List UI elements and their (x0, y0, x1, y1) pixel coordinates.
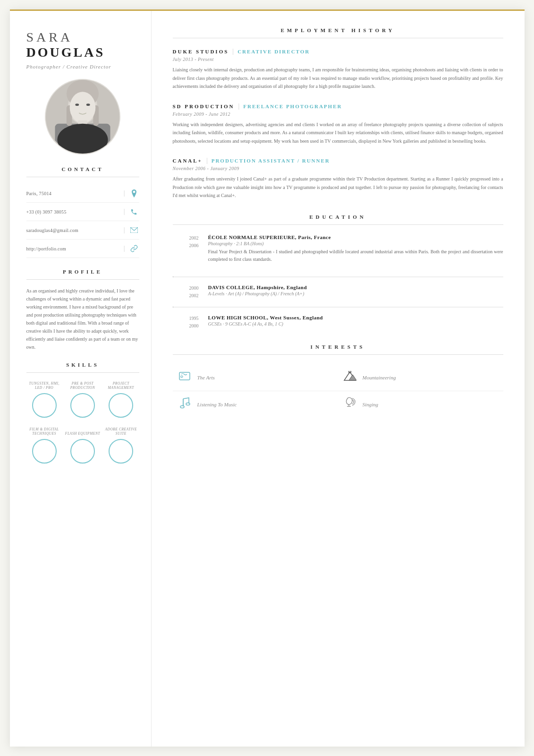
job-1-header: SD PRODUCTION | FREELANCE PHOTOGRAPHER (173, 103, 503, 110)
last-name: DOUGLAS (26, 45, 105, 60)
edu-2-years: 1995 2000 (173, 315, 199, 330)
interest-arts: The Arts (173, 364, 338, 391)
skill-item-3: FILM & DIGITAL TECHNIQUES (26, 426, 62, 464)
skill-item-1: PRE & POST PRODUCTION (65, 380, 101, 418)
edu-1-institution: DAVIS COLLEGE, Hampshire, England (208, 284, 503, 290)
edu-2-institution: LOWE HIGH SCHOOL, West Sussex, England (208, 315, 503, 320)
portrait-svg (46, 79, 119, 155)
profile-section-title: PROFILE (26, 269, 139, 275)
job-0-dates: July 2013 - Present (173, 57, 503, 62)
interest-singing: Singing (338, 391, 503, 418)
job-0-header: DUKE STUDIOS | CREATIVE DIRECTOR (173, 48, 503, 55)
skills-section-title: SKILLS (26, 362, 139, 368)
contact-phone: +33 (0) 3097 38055 | (26, 203, 139, 221)
edu-1: 2000 2002 DAVIS COLLEGE, Hampshire, Engl… (173, 284, 503, 300)
profile-text: As an organised and highly creative indi… (26, 287, 139, 351)
job-1-dates: February 2009 - June 2012 (173, 112, 503, 117)
skill-item-2: PROJECT MANAGEMENT (103, 380, 139, 418)
skill-item-0: TUNGSTEN, HMI, LED / PRO (26, 380, 62, 418)
employment-divider (173, 38, 503, 38)
edu-0-desc: Final Year Project & Dissertation - I st… (208, 248, 503, 264)
skill-circle-4 (70, 439, 95, 464)
employment-section-title: EMPLOYMENT HISTORY (173, 27, 503, 33)
edu-0-years: 2002 2006 (173, 234, 199, 269)
edu-2-content: LOWE HIGH SCHOOL, West Sussex, England G… (208, 315, 503, 330)
job-2-header: CANAL+ | PRODUCTION ASSISTANT / RUNNER (173, 157, 503, 164)
contact-address: Paris, 75014 | (26, 184, 139, 203)
job-0-desc: Liaising closely with internal design, p… (173, 66, 503, 91)
interest-music: Listening To Music (173, 391, 338, 418)
education-divider (173, 224, 503, 225)
music-label: Listening To Music (197, 402, 237, 407)
job-2: CANAL+ | PRODUCTION ASSISTANT / RUNNER N… (173, 157, 503, 200)
edu-1-content: DAVIS COLLEGE, Hampshire, England A-Leve… (208, 284, 503, 300)
contact-email-text: saradouglas4@gmail.com (26, 228, 120, 233)
edu-2-degree: GCSEs · 9 GCSEs A-C (4 As, 4 Bs, 1 C) (208, 321, 503, 326)
job-2-dates: November 2006 - January 2009 (173, 166, 503, 171)
svg-point-10 (86, 103, 90, 106)
edu-1-degree: A-Levels · Art (A) / Photography (A) / F… (208, 291, 503, 296)
interests-divider (173, 354, 503, 355)
interests-grid: The Arts Mountaineering (173, 364, 503, 418)
interests-section-title: INTERESTS (173, 344, 503, 350)
edu-0-institution: ÉCOLE NORMALE SUPERIEURE, Paris, France (208, 234, 503, 240)
svg-point-8 (70, 92, 96, 123)
edu-1-years: 2000 2002 (173, 284, 199, 300)
svg-point-19 (180, 405, 184, 408)
email-icon (129, 225, 139, 235)
svg-marker-17 (349, 375, 356, 380)
skill-label-2: PROJECT MANAGEMENT (103, 380, 139, 390)
music-icon (178, 397, 192, 412)
job-2-role: PRODUCTION ASSISTANT / RUNNER (212, 158, 330, 163)
education-section-title: EDUCATION (173, 214, 503, 220)
edu-2: 1995 2000 LOWE HIGH SCHOOL, West Sussex,… (173, 315, 503, 330)
arts-label: The Arts (197, 375, 215, 380)
contact-website: http://portfolio.com | (26, 240, 139, 258)
phone-icon (129, 206, 139, 217)
edu-divider-1 (173, 276, 503, 277)
job-1-desc: Working with independent designers, adve… (173, 120, 503, 146)
contact-address-text: Paris, 75014 (26, 191, 120, 196)
contact-website-text: http://portfolio.com (26, 246, 120, 251)
job-0: DUKE STUDIOS | CREATIVE DIRECTOR July 20… (173, 48, 503, 91)
skill-label-1: PRE & POST PRODUCTION (65, 380, 101, 390)
skill-circle-0 (32, 393, 57, 418)
mountaineering-label: Mountaineering (363, 375, 396, 380)
svg-point-12 (57, 124, 108, 155)
interests-section: INTERESTS The Arts (173, 344, 503, 418)
education-section: EDUCATION 2002 2006 ÉCOLE NORMALE SUPERI… (173, 214, 503, 330)
skill-label-4: FLASH EQUIPMENT (65, 426, 100, 436)
singing-label: Singing (363, 402, 379, 407)
left-column: SARA DOUGLAS Photographer / Creative Dir… (10, 11, 152, 747)
skill-item-5: ADOBE CREATIVE SUITE (103, 426, 139, 464)
job-1-role: FREELANCE PHOTOGRAPHER (243, 103, 342, 109)
contact-divider (26, 177, 139, 177)
skill-circle-1 (70, 393, 95, 418)
job-2-desc: After graduating from university I joine… (173, 175, 503, 200)
photo-container (26, 79, 139, 155)
interest-mountaineering: Mountaineering (338, 364, 503, 391)
singing-icon (343, 397, 357, 412)
skill-label-3: FILM & DIGITAL TECHNIQUES (26, 426, 62, 436)
job-0-company: DUKE STUDIOS (173, 49, 229, 54)
first-name: SARA (26, 30, 73, 44)
edu-0: 2002 2006 ÉCOLE NORMALE SUPERIEURE, Pari… (173, 234, 503, 269)
skill-label-0: TUNGSTEN, HMI, LED / PRO (26, 380, 62, 390)
svg-point-20 (186, 403, 190, 405)
contact-email: saradouglas4@gmail.com | (26, 221, 139, 240)
svg-point-15 (181, 376, 183, 378)
skill-circle-5 (109, 439, 133, 464)
job-2-company: CANAL+ (173, 158, 203, 163)
skill-item-4: FLASH EQUIPMENT (65, 426, 101, 464)
edu-0-degree: Photography · 2:1 BA (Hons) (208, 241, 503, 246)
contact-phone-text: +33 (0) 3097 38055 (26, 209, 120, 215)
location-icon (129, 188, 139, 198)
subtitle: Photographer / Creative Director (26, 64, 139, 69)
job-1-company: SD PRODUCTION (173, 103, 235, 109)
contact-list: Paris, 75014 | +33 (0) 3097 38055 | sara… (26, 184, 139, 258)
profile-divider (26, 279, 139, 280)
resume-container: SARA DOUGLAS Photographer / Creative Dir… (10, 9, 525, 747)
skill-circle-3 (32, 439, 57, 464)
skill-circle-2 (109, 393, 133, 418)
job-0-role: CREATIVE DIRECTOR (237, 49, 310, 54)
